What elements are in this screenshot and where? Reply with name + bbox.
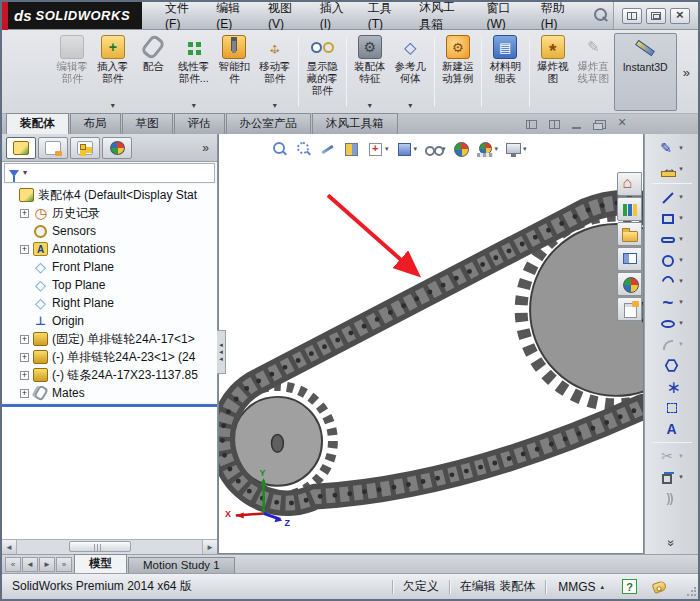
- design-library-tab[interactable]: [617, 197, 642, 221]
- tab-mufeng-toolbox[interactable]: 沐风工具箱: [312, 113, 398, 134]
- tree-item-mates[interactable]: + Mates: [2, 384, 217, 402]
- tab-office-products[interactable]: 办公室产品: [226, 113, 312, 134]
- doc-close-button[interactable]: [615, 117, 632, 131]
- quick-tips-help-button[interactable]: ?: [622, 579, 637, 594]
- ellipse-tool-button[interactable]: ▾: [649, 313, 695, 334]
- exploded-view-button[interactable]: 爆炸视 图: [533, 33, 574, 111]
- fillet-tool-button[interactable]: ▾: [649, 334, 695, 355]
- linear-component-pattern-button[interactable]: 线性零 部件... ▾: [174, 33, 215, 111]
- assembly-features-button[interactable]: 装配体 特征 ▾: [350, 33, 391, 111]
- scroll-left-arrow[interactable]: ◄: [2, 540, 17, 554]
- tree-item-history[interactable]: + 历史记录: [2, 204, 217, 222]
- polygon-tool-button[interactable]: [649, 355, 695, 376]
- show-hidden-components-button[interactable]: 显示隐 藏的零 部件: [302, 33, 343, 111]
- next-tab-button[interactable]: ►: [39, 557, 55, 572]
- hide-show-items-button[interactable]: ▾: [422, 140, 448, 159]
- text-tool-button[interactable]: [649, 418, 695, 439]
- pattern-tool-button[interactable]: [649, 397, 695, 418]
- panel-tabs-chevron[interactable]: »: [202, 141, 213, 155]
- view-palette-tab[interactable]: [617, 247, 642, 271]
- prev-tab-button[interactable]: ◄: [22, 557, 38, 572]
- motion-study-tab[interactable]: Motion Study 1: [128, 557, 235, 573]
- move-component-button[interactable]: 移动零 部件 ▾: [255, 33, 296, 111]
- tree-item-sensors[interactable]: Sensors: [2, 222, 217, 240]
- instant3d-button[interactable]: Instant3D: [614, 33, 677, 111]
- offset-entities-button[interactable]: [649, 488, 695, 509]
- tree-item-origin[interactable]: Origin: [2, 312, 217, 330]
- solidworks-resources-tab[interactable]: [617, 172, 642, 196]
- window-restore-button[interactable]: [646, 8, 666, 24]
- slot-tool-button[interactable]: ▾: [649, 229, 695, 250]
- mate-button[interactable]: 配合: [133, 33, 174, 111]
- tree-item-chain[interactable]: + (-) 链条24A-17X23-1137.85: [2, 366, 217, 384]
- tag-icon[interactable]: [652, 580, 668, 594]
- tree-expander[interactable]: +: [20, 371, 29, 380]
- new-motion-study-button[interactable]: 新建运 动算例: [438, 33, 479, 111]
- circle-tool-button[interactable]: ▾: [649, 250, 695, 271]
- file-explorer-tab[interactable]: [617, 222, 642, 246]
- menu-view[interactable]: 视图(V): [259, 0, 309, 34]
- graphics-viewport[interactable]: ▾ ▾ ▾ ▾ ▾: [218, 134, 644, 554]
- doc-restore-button[interactable]: [592, 117, 609, 131]
- edit-component-button[interactable]: 编辑零 部件: [52, 33, 93, 111]
- panel-horizontal-scrollbar[interactable]: ◄ ►: [2, 539, 217, 554]
- propertymanager-tab[interactable]: [38, 137, 68, 159]
- previous-view-button[interactable]: [317, 140, 338, 159]
- menu-window[interactable]: 窗口(W): [477, 0, 529, 34]
- line-tool-button[interactable]: ▾: [649, 187, 695, 208]
- window-close-button[interactable]: [670, 8, 690, 24]
- zoom-area-button[interactable]: [293, 140, 314, 159]
- tree-item-front-plane[interactable]: Front Plane: [2, 258, 217, 276]
- apply-scene-button[interactable]: ▾: [475, 140, 501, 159]
- zoom-fit-button[interactable]: [269, 140, 290, 159]
- tree-expander[interactable]: +: [20, 209, 29, 218]
- bill-of-materials-button[interactable]: 材料明 细表: [485, 33, 526, 111]
- menu-insert[interactable]: 插入(I): [311, 0, 357, 34]
- tree-item-annotations[interactable]: + Annotations: [2, 240, 217, 258]
- window-panes-button[interactable]: [622, 8, 642, 24]
- smart-fasteners-button[interactable]: 智能扣 件: [214, 33, 255, 111]
- units-selector[interactable]: MMGS ▴: [546, 580, 616, 594]
- configurationmanager-tab[interactable]: [70, 137, 100, 159]
- tree-expander[interactable]: +: [20, 335, 29, 344]
- search-icon[interactable]: [590, 7, 609, 25]
- tab-assembly[interactable]: 装配体: [6, 113, 69, 135]
- tree-item-sprocket-24a-23[interactable]: + (-) 单排链轮24A-23<1> (24: [2, 348, 217, 366]
- view-settings-button[interactable]: ▾: [503, 140, 529, 159]
- tree-item-top-plane[interactable]: Top Plane: [2, 276, 217, 294]
- tab-sketch[interactable]: 草图: [122, 113, 173, 134]
- scroll-track[interactable]: [17, 540, 202, 554]
- scroll-thumb[interactable]: [69, 541, 131, 552]
- displaymanager-tab[interactable]: [102, 137, 132, 159]
- appearances-scenes-tab[interactable]: [617, 272, 642, 296]
- ribbon-overflow-chevron[interactable]: »: [677, 65, 696, 80]
- reference-geometry-button[interactable]: 参考几 何体 ▾: [390, 33, 431, 111]
- tree-expander[interactable]: +: [20, 353, 29, 362]
- featuremanager-tab[interactable]: [6, 137, 36, 159]
- insert-component-button[interactable]: 插入零 部件 ▾: [93, 33, 134, 111]
- tree-filter-bar[interactable]: ▾: [4, 163, 215, 183]
- tree-item-assembly4[interactable]: 装配体4 (Default<Display Stat: [2, 186, 217, 204]
- display-style-button[interactable]: ▾: [394, 140, 420, 159]
- last-tab-button[interactable]: »: [56, 557, 72, 572]
- tree-item-right-plane[interactable]: Right Plane: [2, 294, 217, 312]
- edit-appearance-button[interactable]: [451, 140, 472, 159]
- sketch-button[interactable]: ▾: [649, 138, 695, 159]
- menu-file[interactable]: 文件(F): [156, 0, 205, 34]
- tab-evaluate[interactable]: 评估: [174, 113, 225, 134]
- scroll-right-arrow[interactable]: ►: [202, 540, 217, 554]
- toolbar-more-chevron[interactable]: »: [665, 540, 679, 547]
- point-tool-button[interactable]: [649, 376, 695, 397]
- menu-edit[interactable]: 编辑(E): [207, 0, 257, 34]
- spline-tool-button[interactable]: ▾: [649, 292, 695, 313]
- panel-collapse-handle[interactable]: ◄◄◄: [217, 330, 226, 374]
- convert-entities-button[interactable]: ▾: [649, 467, 695, 488]
- section-view-button[interactable]: [341, 140, 362, 159]
- trim-entities-button[interactable]: ▾: [649, 446, 695, 467]
- doc-split-left-button[interactable]: [523, 117, 540, 131]
- arc-tool-button[interactable]: ▾: [649, 271, 695, 292]
- rectangle-tool-button[interactable]: ▾: [649, 208, 695, 229]
- explode-line-sketch-button[interactable]: 爆炸直 线草图: [573, 33, 614, 111]
- menu-tools[interactable]: 工具(T): [359, 0, 408, 34]
- custom-properties-tab[interactable]: [617, 297, 642, 321]
